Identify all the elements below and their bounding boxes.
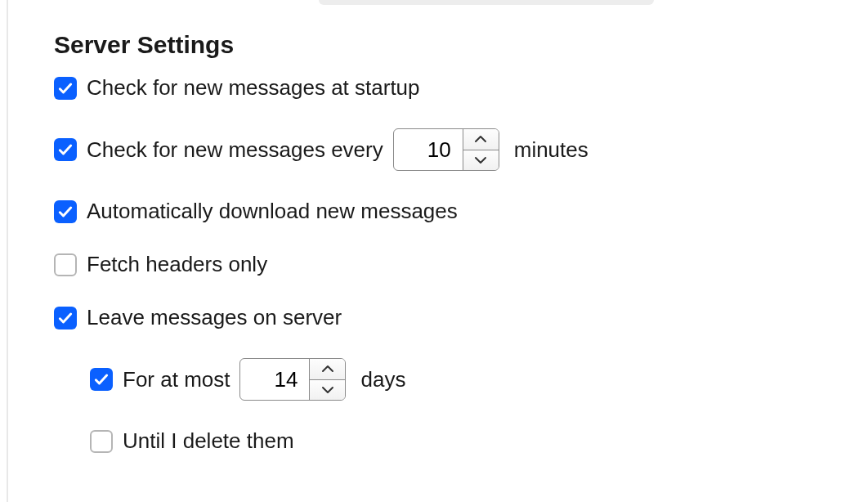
checkbox-for-at-most[interactable] xyxy=(90,368,113,391)
suffix-days: days xyxy=(360,367,405,392)
section-title: Server Settings xyxy=(54,31,868,59)
chevron-down-icon xyxy=(321,386,334,394)
check-icon xyxy=(57,141,74,158)
option-check-startup: Check for new messages at startup xyxy=(54,75,868,101)
suffix-minutes: minutes xyxy=(514,137,588,163)
check-icon xyxy=(57,310,74,326)
stepper-down-for-at-most[interactable] xyxy=(310,380,345,401)
chevron-up-icon xyxy=(474,135,487,143)
option-leave-on-server: Leave messages on server xyxy=(54,305,868,330)
stepper-down-check-interval[interactable] xyxy=(463,150,499,171)
label-auto-download: Automatically download new messages xyxy=(87,199,458,224)
top-bar-fragment xyxy=(319,0,654,5)
option-for-at-most: For at most days xyxy=(90,358,868,401)
checkbox-fetch-headers[interactable] xyxy=(54,253,77,276)
chevron-down-icon xyxy=(474,156,487,164)
label-for-at-most: For at most xyxy=(123,367,230,392)
stepper-up-check-interval[interactable] xyxy=(463,129,499,150)
checkbox-check-interval[interactable] xyxy=(54,138,77,161)
stepper-buttons-check-interval xyxy=(463,129,499,170)
input-check-interval[interactable] xyxy=(394,129,463,170)
checkbox-leave-on-server[interactable] xyxy=(54,307,77,329)
stepper-buttons-for-at-most xyxy=(309,359,345,400)
option-until-delete: Until I delete them xyxy=(90,428,868,454)
label-leave-on-server: Leave messages on server xyxy=(87,305,342,330)
panel-left-edge xyxy=(7,0,8,502)
option-fetch-headers: Fetch headers only xyxy=(54,252,868,277)
label-check-interval: Check for new messages every xyxy=(87,137,383,163)
label-until-delete: Until I delete them xyxy=(123,428,294,454)
stepper-for-at-most xyxy=(239,358,346,401)
chevron-up-icon xyxy=(321,365,334,373)
check-icon xyxy=(57,80,74,96)
check-icon xyxy=(93,371,110,388)
checkbox-auto-download[interactable] xyxy=(54,200,77,223)
checkbox-until-delete[interactable] xyxy=(90,430,113,453)
checkbox-check-startup[interactable] xyxy=(54,77,77,100)
check-icon xyxy=(57,204,74,220)
input-for-at-most[interactable] xyxy=(240,359,309,400)
option-check-interval: Check for new messages every minutes xyxy=(54,128,868,171)
label-check-startup: Check for new messages at startup xyxy=(87,75,420,101)
stepper-check-interval xyxy=(393,128,499,171)
label-fetch-headers: Fetch headers only xyxy=(87,252,267,277)
option-auto-download: Automatically download new messages xyxy=(54,199,868,224)
stepper-up-for-at-most[interactable] xyxy=(310,359,345,380)
